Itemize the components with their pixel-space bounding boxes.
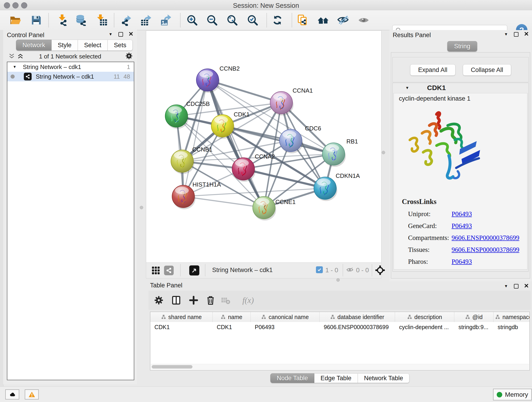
panel-close-icon[interactable] (525, 32, 528, 37)
open-session-icon[interactable] (9, 14, 22, 26)
node-label-CCNA2: CCNA2 (255, 153, 275, 160)
memory-button[interactable]: Memory (493, 389, 532, 400)
network-options-gear-icon[interactable] (125, 52, 133, 60)
fit-selection-crosshair-icon[interactable] (375, 265, 385, 276)
table-cell[interactable]: P06493 (251, 322, 320, 332)
tab-network[interactable]: Network (16, 40, 51, 51)
column-header-database-identifier[interactable]: database identifier (320, 312, 395, 322)
panel-close-icon[interactable] (525, 284, 528, 288)
export-network-icon[interactable] (120, 14, 132, 26)
selected-count-checkbox-icon[interactable] (316, 266, 323, 273)
column-header-shared-name[interactable]: shared name (150, 312, 213, 322)
network-node-CCNA1[interactable] (270, 91, 293, 115)
crosslink-uniprot--link[interactable]: P06493 (452, 210, 472, 218)
delete-column-trash-icon[interactable] (205, 294, 216, 306)
network-row[interactable]: String Network – cdk1 11 48 (7, 72, 134, 81)
splitter-handle[interactable] (382, 151, 385, 154)
panel-close-icon[interactable] (129, 32, 133, 37)
tab-string[interactable]: String (447, 41, 477, 51)
network-node-CDC25B[interactable] (165, 105, 189, 129)
table-horizontal-scrollbar[interactable] (151, 364, 529, 370)
column-header--id[interactable]: @id (454, 312, 494, 322)
panel-menu-icon[interactable]: ▼ (504, 32, 508, 36)
table-cell[interactable]: 9606.ENSP00000378699 (320, 322, 395, 332)
network-view-canvas[interactable]: CCNB2CCNA1CDC25BCDK1CDC6RB1CCNB1CCNA2CDK… (146, 31, 381, 263)
warning-status-button[interactable] (25, 389, 39, 400)
apply-layout-icon[interactable] (271, 14, 284, 26)
network-node-CDKN1A[interactable] (314, 177, 337, 201)
gene-section-header[interactable]: ▼ CDK1 (393, 83, 528, 93)
show-columns-icon[interactable] (171, 294, 182, 306)
export-image-icon[interactable] (160, 14, 172, 26)
table-cell[interactable]: CDK1 (213, 322, 251, 332)
export-table-icon[interactable] (140, 14, 152, 26)
tree-expander-icon[interactable]: ▼ (13, 65, 17, 69)
import-table-icon[interactable] (95, 14, 108, 26)
delete-table-icon-disabled (220, 294, 231, 306)
crosslink-pharos--link[interactable]: P06493 (452, 258, 472, 265)
expand-all-button[interactable]: Expand All (410, 64, 456, 76)
table-cell[interactable]: cyclin-dependent ... (395, 322, 454, 332)
node-label-HIST1H1A: HIST1H1A (192, 181, 221, 188)
tab-edge-table[interactable]: Edge Table (314, 373, 358, 383)
table-settings-gear-icon[interactable] (153, 294, 165, 306)
cloud-status-button[interactable] (5, 389, 19, 400)
scrollbar-thumb[interactable] (152, 365, 192, 369)
column-header-description[interactable]: description (395, 312, 454, 322)
section-collapse-icon[interactable]: ▼ (405, 86, 409, 90)
grid-view-icon[interactable] (151, 266, 160, 276)
import-network-database-icon[interactable] (75, 14, 87, 26)
panel-float-icon[interactable] (514, 284, 519, 288)
network-node-CDK1[interactable] (211, 115, 234, 139)
column-header-name[interactable]: name (213, 312, 251, 322)
zoom-selected-icon[interactable] (246, 14, 259, 26)
table-row[interactable]: CDK1CDK1P064939606.ENSP00000378699cyclin… (150, 322, 530, 332)
panel-menu-icon[interactable]: ▼ (109, 32, 113, 36)
network-collection-row[interactable]: ▼ String Network – cdk1 1 (7, 62, 134, 72)
network-share-view-icon[interactable] (164, 266, 174, 275)
network-node-HIST1H1A[interactable] (172, 185, 196, 209)
splitter-handle[interactable] (336, 278, 340, 282)
column-header-label: description (414, 314, 442, 320)
network-node-RB1[interactable] (322, 143, 346, 167)
string-network-icon (24, 73, 32, 80)
zoom-fit-icon[interactable] (226, 14, 238, 26)
crosslink-tissues--link[interactable]: 9606.ENSP00000378699 (452, 246, 519, 254)
show-all-icon[interactable] (357, 14, 370, 26)
tab-style[interactable]: Style (51, 40, 78, 51)
column-header-label: shared name (168, 314, 202, 320)
window-title: Session: New Session (0, 2, 532, 9)
hide-selected-icon[interactable] (337, 14, 349, 26)
column-header-namespace[interactable]: namespace (494, 312, 530, 322)
import-network-file-icon[interactable] (56, 14, 68, 26)
first-neighbors-icon[interactable] (317, 14, 329, 26)
clone-network-icon[interactable] (297, 14, 309, 26)
toolbar-separator (292, 13, 292, 27)
collapse-all-button[interactable]: Collapse All (463, 64, 511, 76)
tab-select[interactable]: Select (78, 40, 108, 51)
network-node-CDC6[interactable] (279, 129, 303, 153)
save-session-icon[interactable] (30, 14, 42, 26)
create-column-plus-icon[interactable] (188, 294, 199, 306)
network-node-CCNE1[interactable] (253, 196, 276, 220)
zoom-in-icon[interactable] (186, 14, 198, 26)
panel-float-icon[interactable] (514, 32, 519, 37)
tab-node-table[interactable]: Node Table (270, 373, 314, 383)
crosslink-genecard--link[interactable]: P06493 (452, 222, 472, 230)
control-panel: Control Panel ▼ NetworkStyleSelectSets 1… (3, 30, 137, 384)
table-cell[interactable]: stringdb:9... (454, 322, 494, 332)
birds-eye-view-icon[interactable] (189, 265, 199, 275)
table-cell[interactable]: CDK1 (150, 322, 213, 332)
splitter-handle[interactable] (140, 206, 143, 209)
column-header-canonical-name[interactable]: canonical name (251, 312, 320, 322)
table-cell[interactable]: stringdb (494, 322, 530, 332)
zoom-out-icon[interactable] (206, 14, 218, 26)
crosslink-compartments--link[interactable]: 9606.ENSP00000378699 (452, 234, 519, 242)
crosslink-row: Compartments:9606.ENSP00000378699 (408, 232, 523, 244)
panel-float-icon[interactable] (119, 32, 123, 37)
tab-sets[interactable]: Sets (108, 40, 133, 51)
tab-network-table[interactable]: Network Table (358, 373, 410, 383)
network-graph: CCNB2CCNA1CDC25BCDK1CDC6RB1CCNB1CCNA2CDK… (146, 31, 381, 262)
panel-menu-icon[interactable]: ▼ (504, 284, 508, 288)
network-edge-CCNB2-CCNE1[interactable] (208, 80, 264, 208)
